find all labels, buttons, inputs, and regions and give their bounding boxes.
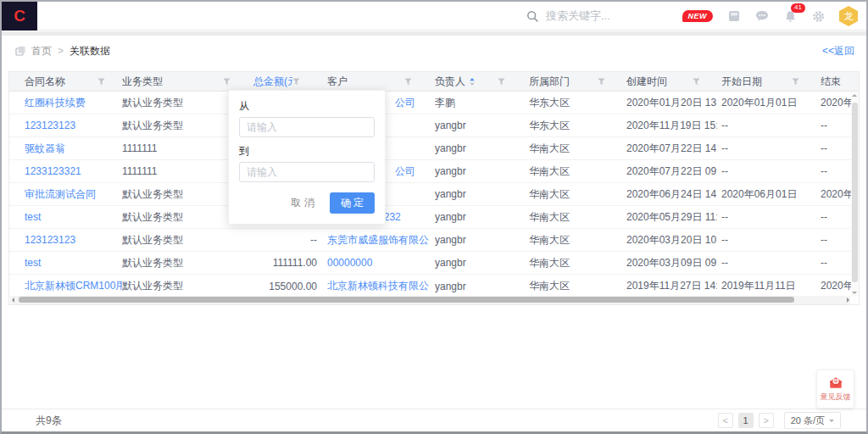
contract-link[interactable]: 123123123 xyxy=(25,120,75,131)
filter-funnel-icon[interactable] xyxy=(693,78,700,86)
filter-to-input[interactable] xyxy=(239,162,375,182)
contract-link[interactable]: 北京新林顿CRM100用户... xyxy=(25,279,122,293)
table-row[interactable]: 红圈科技续费默认业务类型公司李鹏华东大区2020年01月20日 13:23202… xyxy=(9,92,859,114)
table-row[interactable]: 驱蚊器翁1111111yangbr华南大区2020年07月22日 14:04--… xyxy=(9,137,859,160)
column-header: 负责人 xyxy=(429,72,522,91)
created-cell: 2020年03月09日 09:57 xyxy=(622,252,717,274)
column-label: 开始日期 xyxy=(721,75,762,89)
messages-icon[interactable] xyxy=(755,9,769,23)
filter-funnel-icon[interactable] xyxy=(292,78,300,86)
contract-link[interactable]: test xyxy=(25,257,41,269)
contract-name-cell: test xyxy=(9,206,122,228)
vertical-scrollbar-thumb[interactable] xyxy=(852,103,858,282)
customer-link[interactable]: 00000000 xyxy=(327,257,372,269)
table-body: 红圈科技续费默认业务类型公司李鹏华东大区2020年01月20日 13:23202… xyxy=(9,92,859,298)
filter-from-input[interactable] xyxy=(239,117,375,137)
filter-funnel-icon[interactable] xyxy=(404,78,412,86)
table-row[interactable]: 审批流测试合同默认业务类型150000.00白度yangbr华南大区2020年0… xyxy=(9,183,859,206)
dept-cell: 华南大区 xyxy=(522,229,622,251)
created-cell: 2020年07月22日 14:04 xyxy=(622,137,717,159)
customer-link[interactable]: 公司 xyxy=(395,96,415,110)
filter-from-label: 从 xyxy=(239,99,375,114)
contract-link[interactable]: test xyxy=(25,211,41,223)
contract-link[interactable]: 红圈科技续费 xyxy=(25,96,86,110)
filter-cancel-button[interactable]: 取 消 xyxy=(291,196,314,210)
customer-cell: 北京新林顿科技有限公司 xyxy=(317,275,429,298)
owner-cell: yangbr xyxy=(429,252,522,274)
sort-icon[interactable] xyxy=(469,77,476,86)
contract-name-cell: 驱蚊器翁 xyxy=(9,137,122,159)
vertical-scrollbar[interactable] xyxy=(851,92,859,296)
table-row[interactable]: test默认业务类型111111.0000000000yangbr华南大区202… xyxy=(9,252,859,275)
pagination: < 1 > 20 条/页 xyxy=(718,412,841,429)
horizontal-scrollbar-thumb[interactable] xyxy=(19,297,794,303)
notifications-bell-icon[interactable]: 41 xyxy=(783,9,797,23)
breadcrumb-home[interactable]: 首页 xyxy=(31,44,52,58)
search-placeholder: 搜索关键字... xyxy=(546,8,610,24)
global-search-input[interactable]: 搜索关键字... xyxy=(526,2,610,31)
scroll-down-arrow-icon[interactable] xyxy=(852,292,857,294)
current-page-button[interactable]: 1 xyxy=(738,413,754,428)
filter-funnel-icon[interactable] xyxy=(223,78,231,86)
table-row[interactable]: 123123123默认业务类型--东莞市威盛服饰有限公司yangbr华南大区20… xyxy=(9,229,859,252)
contract-name-cell: 红圈科技续费 xyxy=(9,92,122,114)
filter-funnel-icon[interactable] xyxy=(498,78,505,86)
dept-cell: 华南大区 xyxy=(522,206,622,228)
start-cell: -- xyxy=(717,137,816,159)
scroll-right-arrow-icon[interactable] xyxy=(847,298,849,303)
dept-cell: 华南大区 xyxy=(522,252,622,274)
start-cell: 2020年06月01日 xyxy=(717,183,816,205)
table-header-row: 合同名称业务类型总金额(元)客户负责人所属部门创建时间开始日期结束日期 xyxy=(9,72,859,92)
filter-funnel-icon[interactable] xyxy=(792,78,799,86)
filter-confirm-button[interactable]: 确 定 xyxy=(330,192,375,214)
amount-cell: -- xyxy=(248,229,317,251)
column-header: 创建时间 xyxy=(622,72,717,91)
page-size-select[interactable]: 20 条/页 xyxy=(784,412,841,429)
created-cell: 2020年03月20日 10:10 xyxy=(622,229,717,251)
table-row[interactable]: 北京新林顿CRM100用户...默认业务类型155000.00北京新林顿科技有限… xyxy=(9,275,859,298)
column-label: 创建时间 xyxy=(626,75,667,89)
breadcrumb-separator: > xyxy=(58,45,64,57)
start-cell: -- xyxy=(717,206,816,228)
customer-link[interactable]: 东莞市威盛服饰有限公司 xyxy=(327,233,429,248)
new-badge[interactable]: NEW xyxy=(682,10,714,22)
filter-to-label: 到 xyxy=(239,144,375,159)
dept-cell: 华东大区 xyxy=(522,114,622,136)
prev-page-button[interactable]: < xyxy=(718,413,733,428)
next-page-button[interactable]: > xyxy=(759,413,774,428)
contract-link[interactable]: 审批流测试合同 xyxy=(25,187,96,202)
scroll-left-arrow-icon[interactable] xyxy=(12,298,14,303)
column-label: 业务类型 xyxy=(122,75,163,89)
top-navbar: C 搜索关键字... NEW 41 龙 xyxy=(2,2,866,31)
filter-funnel-icon[interactable] xyxy=(598,78,605,86)
back-link[interactable]: <<返回 xyxy=(822,44,854,58)
filter-funnel-icon[interactable] xyxy=(97,78,105,86)
customer-cell: 00000000 xyxy=(317,252,429,274)
customer-cell: 东莞市威盛服饰有限公司 xyxy=(317,229,429,251)
table-row[interactable]: 12331233211111111公司yangbr华南大区2020年07月22日… xyxy=(9,160,859,183)
scroll-up-arrow-icon[interactable] xyxy=(852,94,857,97)
user-avatar[interactable]: 龙 xyxy=(839,6,858,26)
feedback-button[interactable]: 意见反馈 xyxy=(816,370,854,409)
created-cell: 2020年01月20日 13:23 xyxy=(622,92,717,114)
column-header: 结束日期 xyxy=(816,72,859,91)
contract-link[interactable]: 123123123 xyxy=(25,234,75,246)
table-row[interactable]: test默认业务类型400.001331232333232yangbr华南大区2… xyxy=(9,206,859,229)
horizontal-scrollbar[interactable] xyxy=(10,296,850,304)
notebook-icon[interactable] xyxy=(727,9,741,23)
dept-cell: 华南大区 xyxy=(522,137,622,159)
type-cell: 默认业务类型 xyxy=(122,275,248,298)
settings-gear-icon[interactable] xyxy=(811,9,825,23)
contract-link[interactable]: 驱蚊器翁 xyxy=(25,142,65,156)
chevron-down-icon xyxy=(829,420,834,425)
customer-link[interactable]: 公司 xyxy=(395,164,415,179)
table-row[interactable]: 123123123默认业务类型yangbr华东大区2020年11月19日 15:… xyxy=(9,114,859,137)
table-footer: 共9条 < 1 > 20 条/页 xyxy=(2,409,866,431)
app-logo[interactable]: C xyxy=(2,2,37,31)
owner-cell: yangbr xyxy=(429,229,522,251)
start-cell: 2019年11月11日 xyxy=(717,275,816,298)
column-label: 合同名称 xyxy=(25,75,65,89)
customer-link[interactable]: 北京新林顿科技有限公司 xyxy=(327,279,429,293)
feedback-envelope-icon xyxy=(829,376,843,390)
contract-link[interactable]: 1233123321 xyxy=(25,165,81,177)
